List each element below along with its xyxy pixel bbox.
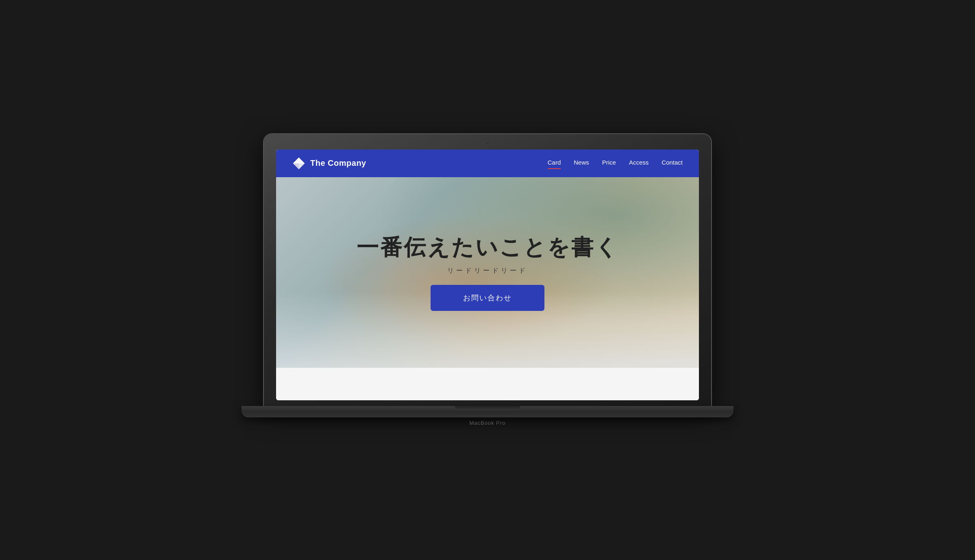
laptop-base: [242, 406, 733, 417]
laptop-model-label: MacBook Pro: [469, 420, 505, 426]
svg-marker-1: [299, 157, 305, 163]
laptop-bezel: The Company Card News Price Access Conta…: [264, 134, 711, 406]
laptop-notch: [455, 406, 520, 410]
hero-subtitle: リードリードリード: [447, 267, 528, 275]
hero-title: 一番伝えたいことを書く: [357, 234, 619, 260]
nav-link-card[interactable]: Card: [548, 159, 561, 167]
svg-marker-2: [293, 157, 299, 163]
laptop-screen: The Company Card News Price Access Conta…: [276, 150, 699, 401]
website: The Company Card News Price Access Conta…: [276, 150, 699, 401]
nav-link-price[interactable]: Price: [602, 159, 616, 167]
nav-logo[interactable]: The Company: [292, 157, 366, 170]
nav-link-access[interactable]: Access: [629, 159, 649, 167]
svg-marker-4: [299, 163, 305, 169]
nav-links: Card News Price Access Contact: [548, 159, 683, 167]
navbar: The Company Card News Price Access Conta…: [276, 150, 699, 177]
hero-section: 一番伝えたいことを書く リードリードリード お問い合わせ: [276, 177, 699, 368]
laptop-wrapper: The Company Card News Price Access Conta…: [264, 134, 711, 426]
logo-text: The Company: [310, 158, 366, 168]
diamond-icon: [292, 157, 305, 170]
nav-link-news[interactable]: News: [574, 159, 589, 167]
hero-content: 一番伝えたいことを書く リードリードリード お問い合わせ: [357, 234, 619, 311]
bottom-section: [276, 368, 699, 400]
nav-link-contact[interactable]: Contact: [662, 159, 683, 167]
svg-marker-3: [293, 163, 299, 169]
laptop-camera: [485, 141, 490, 145]
contact-button[interactable]: お問い合わせ: [431, 285, 544, 311]
